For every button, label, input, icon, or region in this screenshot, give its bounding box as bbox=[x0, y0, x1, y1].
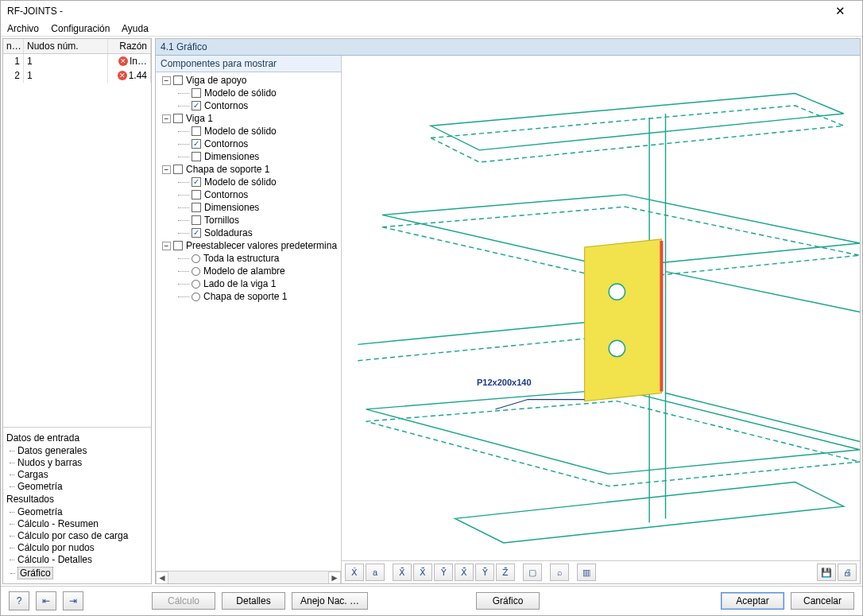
collapse-icon[interactable]: − bbox=[162, 76, 171, 85]
radio-beam1side[interactable] bbox=[192, 280, 200, 289]
cancel-button[interactable]: Cancelar bbox=[791, 592, 854, 610]
component-tree: −Viga de apoyo Modelo de sólido Contorno… bbox=[156, 72, 341, 571]
ok-button[interactable]: Aceptar bbox=[721, 592, 784, 610]
view-xy-icon[interactable]: X̄ bbox=[393, 564, 412, 581]
chk-p1-bolts[interactable] bbox=[192, 215, 201, 225]
error-icon: ✕ bbox=[118, 71, 127, 80]
nav-calc-loadcase[interactable]: Cálculo por caso de carga bbox=[17, 530, 148, 541]
next-button[interactable]: ⇥ bbox=[63, 591, 83, 610]
view-toolbar: X̂ a X̄ X̄ Ȳ X̄ Ȳ Z̄ ▢ ⌕ ▥ bbox=[342, 560, 860, 583]
radio-wire[interactable] bbox=[192, 267, 200, 276]
radio-plate1side[interactable] bbox=[192, 293, 200, 301]
view-xy2-icon[interactable]: X̄ bbox=[455, 564, 474, 581]
scroll-left-icon[interactable]: ◄ bbox=[156, 571, 168, 584]
nav-geometry-res[interactable]: Geometría bbox=[17, 506, 148, 517]
window-title: RF-JOINTS - bbox=[7, 6, 824, 17]
view-xz-icon[interactable]: X̄ bbox=[413, 564, 432, 581]
nav-geometry-in[interactable]: Geometría bbox=[17, 481, 148, 492]
col-nodes[interactable]: Nudos núm. bbox=[24, 39, 108, 53]
plate-label: P12x200x140 bbox=[477, 378, 532, 387]
nav-panel: Datos de entrada Datos generales Nudos y… bbox=[3, 427, 151, 583]
scroll-right-icon[interactable]: ► bbox=[328, 571, 341, 584]
chk-p1-contours[interactable] bbox=[192, 190, 201, 200]
tab-title: 4.1 Gráfico bbox=[156, 39, 860, 56]
graphic-button[interactable]: Gráfico bbox=[476, 592, 540, 610]
chk-presets[interactable] bbox=[173, 241, 183, 250]
national-annex-button[interactable]: Anejo Nac. … bbox=[292, 592, 368, 610]
table-row[interactable]: 2 1 ✕1.44 bbox=[3, 68, 151, 83]
nav-loads[interactable]: Cargas bbox=[17, 469, 148, 480]
tree-title: Componentes para mostrar bbox=[156, 56, 341, 72]
table-row[interactable]: 1 1 ✕In… bbox=[3, 54, 151, 68]
view-yz-icon[interactable]: Ȳ bbox=[434, 564, 453, 581]
nav-calc-details[interactable]: Cálculo - Detalles bbox=[17, 554, 148, 565]
view-iso-icon[interactable]: X̂ bbox=[345, 564, 364, 581]
chk-b1-solid[interactable] bbox=[192, 126, 201, 136]
left-panel: n… Nudos núm. Razón 1 1 ✕In… 2 1 ✕1.44 D… bbox=[2, 38, 152, 584]
bottom-bar: ? ⇤ ⇥ Cálculo Detalles Anejo Nac. … Gráf… bbox=[1, 586, 862, 615]
view-z-icon[interactable]: Z̄ bbox=[496, 564, 515, 581]
menu-file[interactable]: Archivo bbox=[7, 23, 39, 34]
nav-header-results: Resultados bbox=[6, 494, 148, 505]
view-zoom-icon[interactable]: ⌕ bbox=[550, 564, 569, 581]
chk-support-beam[interactable] bbox=[173, 76, 183, 85]
print-icon[interactable]: 🖨 bbox=[838, 564, 857, 581]
collapse-icon[interactable]: − bbox=[162, 165, 171, 174]
collapse-icon[interactable]: − bbox=[162, 114, 171, 123]
view-layers-icon[interactable]: ▥ bbox=[577, 564, 596, 581]
menu-config[interactable]: Configuración bbox=[51, 23, 110, 34]
close-icon[interactable]: ✕ bbox=[824, 4, 856, 18]
help-button[interactable]: ? bbox=[9, 591, 29, 610]
chk-p1-dim[interactable] bbox=[192, 203, 201, 212]
nav-calc-nodes[interactable]: Cálculo por nudos bbox=[17, 542, 148, 553]
chk-sb-contours[interactable] bbox=[192, 101, 201, 110]
svg-point-2 bbox=[609, 284, 625, 300]
tree-hscroll[interactable]: ◄ ► bbox=[156, 571, 341, 583]
chk-plate1[interactable] bbox=[173, 165, 183, 174]
save-image-icon[interactable]: 💾 bbox=[817, 564, 836, 581]
chk-beam1[interactable] bbox=[173, 114, 183, 123]
chk-p1-solid[interactable] bbox=[192, 177, 201, 187]
nav-header-input: Datos de entrada bbox=[6, 432, 148, 444]
col-ratio[interactable]: Razón bbox=[108, 39, 151, 53]
chk-sb-solid[interactable] bbox=[192, 88, 201, 98]
svg-marker-0 bbox=[585, 239, 662, 401]
menu-help[interactable]: Ayuda bbox=[122, 23, 149, 34]
chk-p1-welds[interactable] bbox=[192, 228, 201, 238]
menubar: Archivo Configuración Ayuda bbox=[1, 21, 862, 37]
view-box-icon[interactable]: ▢ bbox=[523, 564, 542, 581]
radio-all[interactable] bbox=[192, 254, 200, 263]
view-yz2-icon[interactable]: Ȳ bbox=[475, 564, 494, 581]
error-icon: ✕ bbox=[118, 56, 128, 66]
nav-nodes-bars[interactable]: Nudos y barras bbox=[17, 457, 148, 468]
prev-button[interactable]: ⇤ bbox=[36, 591, 56, 610]
collapse-icon[interactable]: − bbox=[162, 242, 171, 250]
details-button[interactable]: Detalles bbox=[222, 592, 285, 610]
svg-point-3 bbox=[609, 340, 625, 356]
chk-b1-contours[interactable] bbox=[192, 139, 201, 149]
nav-calc-summary[interactable]: Cálculo - Resumen bbox=[17, 518, 148, 529]
view-text-icon[interactable]: a bbox=[366, 564, 385, 581]
nav-graphic[interactable]: Gráfico bbox=[17, 567, 53, 579]
col-n[interactable]: n… bbox=[3, 39, 24, 53]
calc-button[interactable]: Cálculo bbox=[152, 592, 215, 610]
nav-general[interactable]: Datos generales bbox=[17, 445, 148, 456]
chk-b1-dim[interactable] bbox=[192, 152, 201, 161]
3d-viewport[interactable]: P12x200x140 bbox=[342, 56, 860, 560]
